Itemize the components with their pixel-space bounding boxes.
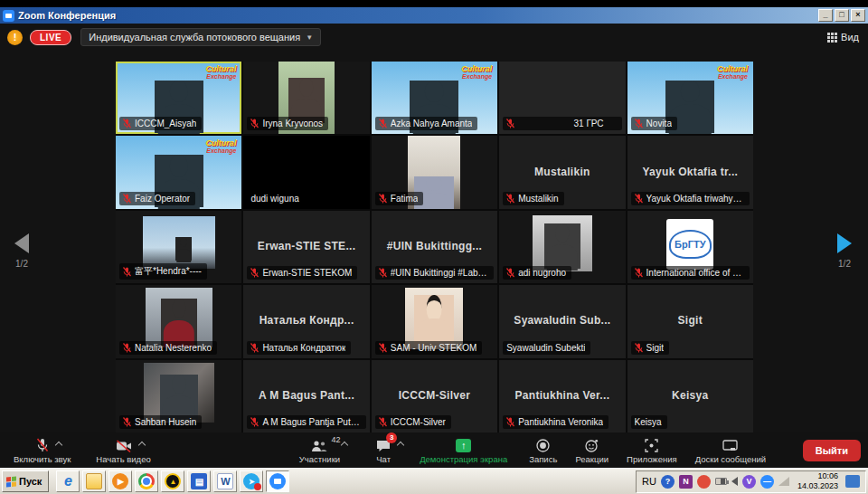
muted-mic-icon — [123, 417, 131, 427]
participant-tile[interactable]: #UIN Bukittingg... #UIN Bukittinggi #Lab… — [372, 211, 497, 283]
participant-tile[interactable]: CulturalExchange ICCCM_Aisyah — [116, 62, 241, 134]
reactions-button[interactable]: Реакции — [569, 437, 615, 464]
telegram-icon[interactable]: ➤ — [240, 470, 263, 492]
window-titlebar[interactable]: Zoom Конференция _ □ × — [0, 7, 868, 24]
start-video-button[interactable]: Начать видео — [90, 437, 156, 464]
participants-label: Участники — [299, 454, 340, 464]
share-screen-button[interactable]: ↑ Демонстрация экрана — [413, 437, 514, 464]
participant-name-plate: Erwan-STIE STEKOM — [247, 266, 357, 280]
language-indicator[interactable]: RU — [642, 476, 656, 487]
participant-name-plate: Pantiukhina Veronika — [503, 415, 609, 429]
record-button[interactable]: Запись — [523, 437, 563, 464]
chevron-up-icon[interactable] — [54, 441, 61, 448]
muted-mic-icon — [506, 119, 514, 128]
participant-name-plate: Azka Nahya Amanta — [375, 117, 478, 130]
minimize-button[interactable]: _ — [818, 9, 833, 22]
participant-tile[interactable]: БрГТУ International office of BrSTU — [627, 211, 753, 283]
internet-explorer-icon[interactable]: e — [56, 470, 80, 492]
cultural-exchange-banner: CulturalExchange — [717, 65, 748, 80]
participant-tile[interactable]: 富平*Hendra*---- — [116, 211, 241, 283]
participants-button[interactable]: 42 Участники — [293, 437, 346, 464]
next-page-button[interactable]: 1/2 — [826, 233, 863, 269]
video-grid: CulturalExchange ICCCM_Aisyah — [116, 62, 753, 432]
participant-tile[interactable]: Natalia Nesterenko — [116, 285, 241, 357]
prev-page-button[interactable]: 1/2 — [4, 233, 40, 269]
participant-name: dudi wiguna — [250, 194, 298, 204]
participant-tile[interactable]: CulturalExchange Novita — [627, 62, 753, 134]
participant-tile[interactable]: Keisya Keisya — [627, 360, 753, 432]
participant-tile[interactable]: Erwan-STIE STE... Erwan-STIE STEKOM — [243, 211, 369, 283]
participant-tile[interactable]: Sahban Husein — [116, 360, 241, 432]
unmute-button[interactable]: Включить звук — [7, 437, 77, 464]
streaming-service-dropdown[interactable]: Индивидуальная служба потокового вещания… — [80, 28, 321, 46]
participant-name: Наталья Кондратюк — [262, 343, 345, 353]
tray-clock[interactable]: 10:06 14.03.2023 — [797, 471, 838, 492]
chevron-up-icon[interactable] — [137, 441, 145, 448]
start-button[interactable]: Пуск — [2, 470, 49, 492]
person-silhouette — [175, 237, 192, 261]
participant-name-plate: Sahban Husein — [119, 415, 202, 429]
participant-tile[interactable]: SAM - Univ STEKOM — [372, 285, 497, 357]
participant-tile[interactable]: Sigit Sigit — [627, 285, 753, 357]
participant-center-name: Yayuk Oktafia tr... — [627, 165, 753, 177]
apps-label: Приложения — [627, 454, 677, 464]
cultural-exchange-banner: CulturalExchange — [205, 139, 236, 154]
participant-tile[interactable]: adi nugroho — [499, 211, 625, 283]
encryption-shield-icon[interactable]: ! — [7, 30, 23, 45]
media-player-icon[interactable]: ▶ — [108, 470, 132, 492]
participant-name-plate: dudi wiguna — [247, 192, 304, 205]
zoom-taskbar-icon[interactable] — [266, 470, 289, 492]
share-screen-icon: ↑ — [456, 439, 471, 452]
participant-tile[interactable]: ICCCM-Silver ICCCM-Silver — [372, 360, 497, 432]
leave-button[interactable]: Выйти — [803, 440, 861, 461]
word-icon[interactable]: W — [213, 470, 237, 492]
chat-icon: 3 — [376, 437, 391, 452]
network-signal-icon[interactable] — [778, 477, 789, 486]
participant-tile[interactable]: A M Bagus Pant... A M Bagus Pantja Putra… — [243, 360, 369, 432]
view-button[interactable]: Вид — [827, 32, 859, 43]
participant-name: Sigit — [646, 343, 664, 353]
muted-mic-icon — [379, 194, 387, 204]
participant-name: Iryna Kryvonos — [262, 119, 323, 128]
muted-mic-icon — [123, 267, 131, 277]
participant-tile[interactable]: Pantiukhina Ver... Pantiukhina Veronika — [499, 360, 625, 432]
save-tool-icon[interactable]: ▤ — [187, 470, 211, 492]
onenote-tray-icon[interactable]: N — [679, 475, 693, 489]
participant-tile[interactable]: Yayuk Oktafia tr... Yayuk Oktafia triwah… — [627, 136, 753, 208]
viber-tray-icon[interactable]: V — [742, 475, 756, 489]
muted-mic-icon — [506, 194, 514, 204]
arrow-left-icon — [14, 233, 29, 253]
folder-icon[interactable] — [82, 470, 106, 492]
participant-tile[interactable]: 31 ГРС — [499, 62, 625, 134]
tray-edge-app-icon[interactable] — [845, 475, 860, 488]
red-app-tray-icon[interactable] — [697, 475, 711, 489]
whiteboards-button[interactable]: Доски сообщений — [689, 437, 772, 464]
participant-tile[interactable]: CulturalExchange Azka Nahya Amanta — [372, 62, 497, 134]
zoom-tray-icon[interactable]: — — [760, 475, 774, 489]
participant-tile[interactable]: Syawaludin Sub... Syawaludin Subekti — [499, 285, 625, 357]
apps-button[interactable]: Приложения — [620, 437, 684, 464]
chevron-up-icon[interactable] — [397, 441, 404, 448]
muted-mic-icon — [635, 268, 643, 278]
chevron-up-icon[interactable] — [341, 441, 348, 448]
participant-center-name: Syawaludin Sub... — [499, 314, 625, 327]
participant-name-plate: 富平*Hendra*---- — [119, 263, 207, 280]
participant-name: Keisya — [635, 417, 662, 427]
participant-tile[interactable]: Mustalikin Mustalikin — [499, 136, 625, 208]
telegram-badge — [254, 483, 261, 490]
participant-tile[interactable]: dudi wiguna — [243, 136, 369, 208]
participant-tile[interactable]: Iryna Kryvonos — [243, 62, 369, 134]
participant-tile[interactable]: Наталья Кондр... Наталья Кондратюк — [243, 285, 369, 357]
aimp-icon[interactable]: ▲ — [161, 470, 184, 492]
participant-tile[interactable]: CulturalExchange Faiz Operator — [116, 136, 241, 208]
arrow-right-icon — [837, 233, 852, 253]
close-button[interactable]: × — [851, 9, 865, 22]
participant-name-plate: Natalia Nesterenko — [119, 341, 217, 355]
help-tray-icon[interactable]: ? — [661, 475, 675, 489]
chat-button[interactable]: 3 Чат — [370, 437, 397, 464]
chrome-icon[interactable] — [135, 470, 158, 492]
speaker-icon[interactable] — [731, 477, 738, 486]
participant-tile[interactable]: Fatima — [372, 136, 497, 208]
maximize-button[interactable]: □ — [835, 9, 849, 22]
participant-name: Yayuk Oktafia triwahyuning... — [646, 194, 744, 204]
